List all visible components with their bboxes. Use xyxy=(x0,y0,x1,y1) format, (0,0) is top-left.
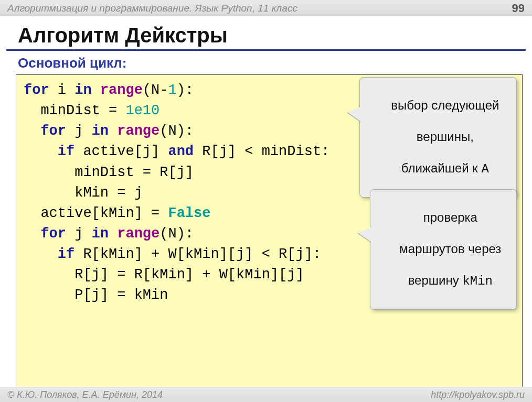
kw-in: in xyxy=(75,82,91,98)
copyright: © К.Ю. Поляков, Е.А. Ерёмин, 2014 xyxy=(7,389,163,400)
slide-header: Алгоритмизация и программирование. Язык … xyxy=(0,0,532,16)
callout-route-check: проверка маршрутов через вершину kMin xyxy=(370,189,517,310)
slide-title: Алгоритм Дейкстры xyxy=(18,24,532,47)
url: http://kpolyakov.spb.ru xyxy=(431,389,525,400)
title-underline xyxy=(6,49,526,51)
code-block: for i in range(N-1): minDist = 1e10 for … xyxy=(16,74,523,396)
callout-vertex-select: выбор следующей вершины, ближайшей к A xyxy=(359,77,517,198)
fn-range: range xyxy=(100,82,143,98)
slide-footer: © К.Ю. Поляков, Е.А. Ерёмин, 2014 http:/… xyxy=(0,387,532,402)
kw-for: for xyxy=(24,82,49,98)
slide-subtitle: Основной цикл: xyxy=(18,55,532,71)
page-number: 99 xyxy=(512,2,525,15)
course-name: Алгоритмизация и программирование. Язык … xyxy=(7,3,297,14)
